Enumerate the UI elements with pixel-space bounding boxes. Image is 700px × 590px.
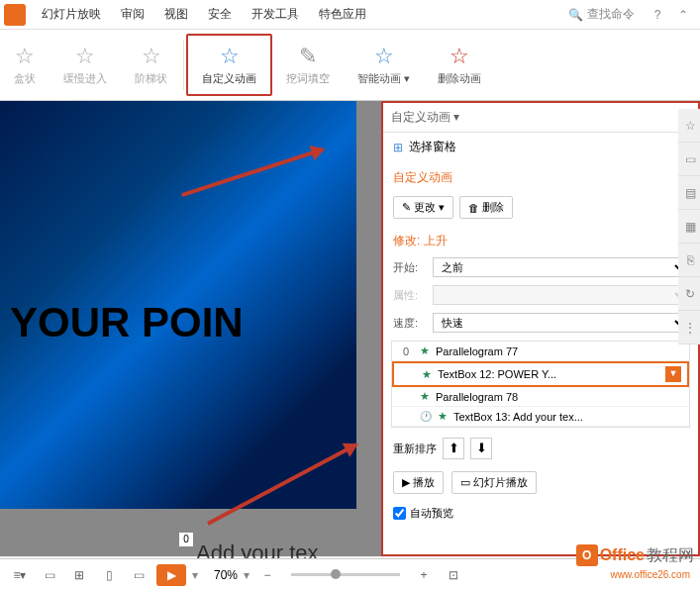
play-button[interactable]: ▶ 播放: [393, 471, 444, 494]
ribbon-stairs[interactable]: ☆ 阶梯状: [121, 34, 181, 96]
animation-badge: 0: [178, 532, 194, 547]
slide-canvas[interactable]: YOUR POIN: [0, 101, 356, 509]
slide-title-text[interactable]: YOUR POIN: [10, 299, 244, 346]
ribbon-label: 阶梯状: [135, 71, 167, 86]
animation-item[interactable]: 🕐 ★ TextBox 13: Add your tex...: [392, 407, 689, 427]
animation-item[interactable]: 0 ★ Parallelogram 77: [392, 342, 689, 361]
ribbon-fillblank[interactable]: ✎ 挖词填空: [272, 34, 344, 96]
ribbon-smart-animation[interactable]: ☆ 智能动画 ▾: [344, 34, 424, 96]
animation-item[interactable]: ★ Parallelogram 78: [392, 387, 689, 407]
star-icon: ☆: [374, 44, 394, 69]
side-icon[interactable]: ☆: [678, 109, 700, 143]
fit-icon[interactable]: ⊡: [442, 563, 465, 587]
normal-view-icon[interactable]: ▭: [38, 563, 61, 587]
sorter-view-icon[interactable]: ⊞: [67, 563, 91, 587]
ribbon-custom-animation[interactable]: ☆ 自定义动画: [186, 34, 272, 96]
separator: [183, 41, 184, 90]
side-icon[interactable]: ⎘: [678, 244, 700, 277]
zoom-in-button[interactable]: +: [412, 563, 436, 587]
anim-text: TextBox 13: Add your tex...: [453, 411, 583, 423]
side-icon[interactable]: ▦: [678, 210, 700, 244]
collapse-icon[interactable]: ⌃: [670, 8, 696, 22]
tab-security[interactable]: 安全: [198, 2, 242, 27]
anim-text: Parallelogram 77: [436, 345, 518, 357]
watermark-brand2: 教程网: [647, 545, 694, 566]
menu-icon[interactable]: ≡▾: [8, 563, 32, 587]
watermark-url: www.office26.com: [611, 569, 690, 580]
autopreview-checkbox[interactable]: [393, 507, 406, 520]
animation-list: 0 ★ Parallelogram 77 ★ TextBox 12: POWER…: [391, 341, 690, 428]
anim-text: TextBox 12: POWER Y...: [438, 368, 556, 380]
effect-icon: ★: [420, 390, 430, 403]
ribbon-label: 自定义动画: [202, 71, 256, 86]
move-down-button[interactable]: ⬇: [470, 438, 492, 459]
side-toolbar: ☆ ▭ ▤ ▦ ⎘ ↻ ⋮: [678, 109, 700, 344]
slideshow-button[interactable]: ▭ 幻灯片播放: [451, 471, 537, 494]
attr-label: 属性:: [393, 288, 427, 303]
help-icon[interactable]: ?: [645, 8, 670, 22]
tab-slideshow[interactable]: 幻灯片放映: [32, 2, 111, 27]
star-icon: ☆: [142, 44, 161, 69]
slide-editor[interactable]: YOUR POIN 0 Add your tex: [0, 101, 381, 556]
ribbon-box[interactable]: ☆ 盒状: [0, 34, 50, 96]
ribbon-label: 缓慢进入: [63, 71, 107, 86]
start-label: 开始:: [393, 260, 427, 275]
effect-icon: ★: [422, 368, 432, 381]
tab-devtools[interactable]: 开发工具: [242, 2, 309, 27]
play-slideshow-button[interactable]: ▶: [156, 564, 186, 586]
select-window-label: 选择窗格: [409, 139, 456, 155]
ribbon-label: 删除动画: [438, 71, 481, 86]
attr-select: [433, 285, 688, 305]
tab-special[interactable]: 特色应用: [309, 2, 376, 27]
trash-icon: 🗑: [468, 202, 479, 214]
pencil-icon: ✎: [402, 201, 411, 214]
dropdown-icon[interactable]: ▼: [665, 366, 681, 382]
ribbon-slowenter[interactable]: ☆ 缓慢进入: [50, 34, 121, 96]
anim-number: 0: [398, 345, 414, 357]
play-icon: ▶: [402, 476, 410, 489]
side-icon[interactable]: ▤: [678, 176, 700, 210]
reading-view-icon[interactable]: ▯: [97, 563, 121, 587]
tab-active-icon[interactable]: [4, 4, 26, 26]
slideshow-icon: ▭: [460, 476, 470, 489]
effect-icon: ★: [438, 410, 448, 423]
tab-view[interactable]: 视图: [154, 2, 198, 27]
speed-select[interactable]: 快速: [433, 313, 688, 333]
anim-text: Parallelogram 78: [436, 391, 518, 403]
zoom-value: 70%: [214, 568, 238, 582]
menubar: 幻灯片放映 审阅 视图 安全 开发工具 特色应用 🔍 查找命令 ? ⌃: [0, 0, 700, 30]
ribbon: ☆ 盒状 ☆ 缓慢进入 ☆ 阶梯状 ☆ 自定义动画 ✎ 挖词填空 ☆ 智能动画 …: [0, 30, 700, 101]
zoom-slider[interactable]: [291, 573, 400, 576]
side-icon[interactable]: ↻: [678, 277, 700, 311]
select-window-row[interactable]: ⊞ 选择窗格: [383, 133, 698, 161]
delete-button[interactable]: 🗑 删除: [459, 196, 513, 219]
watermark-brand: Office: [600, 546, 645, 564]
tab-review[interactable]: 审阅: [111, 2, 154, 27]
clock-icon: 🕐: [420, 411, 432, 422]
reorder-label: 重新排序: [393, 442, 437, 456]
ribbon-label: 盒状: [14, 71, 36, 86]
pane-header: 自定义动画 ▾ ×: [383, 103, 698, 133]
side-icon[interactable]: ▭: [678, 143, 700, 176]
notes-view-icon[interactable]: ▭: [127, 563, 150, 587]
modify-button[interactable]: ✎ 更改 ▾: [393, 196, 453, 219]
autopreview-label: 自动预览: [410, 506, 453, 521]
office-logo-icon: O: [576, 544, 598, 566]
star-icon: ☆: [75, 44, 95, 69]
section-modify: 修改: 上升: [383, 225, 698, 253]
edit-icon: ✎: [299, 44, 317, 69]
custom-animation-pane: 自定义动画 ▾ × ⊞ 选择窗格 自定义动画 ✎ 更改 ▾ 🗑 删除 修改: 上…: [381, 101, 700, 556]
start-select[interactable]: 之前: [433, 257, 688, 277]
section-custom-animation: 自定义动画: [383, 161, 698, 190]
animation-item-selected[interactable]: ★ TextBox 12: POWER Y... ▼: [392, 361, 689, 387]
speed-label: 速度:: [393, 316, 427, 331]
search-placeholder: 查找命令: [587, 6, 635, 23]
move-up-button[interactable]: ⬆: [443, 438, 464, 459]
ribbon-label: 智能动画 ▾: [357, 71, 410, 86]
zoom-out-button[interactable]: −: [255, 563, 279, 587]
ribbon-delete-animation[interactable]: ☆ 删除动画: [424, 34, 495, 96]
side-icon[interactable]: ⋮: [678, 311, 700, 344]
ribbon-label: 挖词填空: [286, 71, 330, 86]
search-box[interactable]: 🔍 查找命令: [568, 6, 635, 23]
pane-title[interactable]: 自定义动画 ▾: [391, 109, 459, 126]
